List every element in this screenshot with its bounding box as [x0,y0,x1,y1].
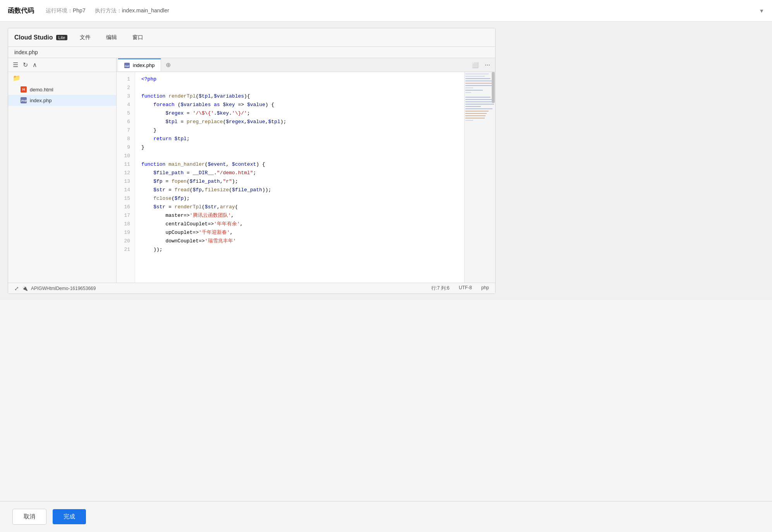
sidebar-list-icon[interactable]: ☰ [13,61,18,69]
tab-label: index.php [133,62,154,68]
lang: php [481,285,489,292]
cancel-button[interactable]: 取消 [12,509,46,525]
code-area: 12345 678910 1112131415 1617181920 21 <?… [117,72,495,283]
svg-rect-4 [465,74,489,74]
tab-actions: ⬜ ⋯ [470,60,495,70]
svg-rect-7 [465,81,492,81]
env-label: 运行环境：Php7 [46,7,86,14]
ide-logo-badge: Lite [56,35,68,40]
sidebar-collapse-icon[interactable]: ∧ [33,61,37,69]
menu-window[interactable]: 窗口 [129,33,146,43]
current-filename: index.php [14,49,38,55]
ide-filename-bar: index.php [8,47,495,58]
menu-edit[interactable]: 编辑 [103,33,120,43]
ide-body: ☰ ↻ ∧ 📁 H demo.html [8,58,495,283]
sidebar-toolbar: ☰ ↻ ∧ [8,58,116,72]
svg-rect-9 [465,85,493,86]
ide-tabs: PHP index.php ⊕ ⬜ ⋯ [117,58,495,72]
svg-rect-14 [465,99,493,100]
complete-button[interactable]: 完成 [53,509,86,524]
top-bar-dropdown[interactable]: ▼ [759,8,764,14]
svg-rect-17 [465,106,481,107]
folder-icon: 📁 [13,74,21,82]
svg-rect-16 [465,104,494,105]
row-col: 行:7 列:6 [431,285,449,292]
status-bar-left: ⤢ 🔌 APIGWHtmlDemo-1619653669 [14,285,96,292]
tab-php-icon: PHP [124,63,130,68]
tab-index-php[interactable]: PHP index.php [118,58,161,71]
minimap [464,72,495,283]
svg-rect-12 [465,92,471,93]
ide-titlebar: Cloud Studio Lite 文件 编辑 窗口 [8,28,495,47]
svg-rect-8 [465,83,492,84]
code-editor[interactable]: 12345 678910 1112131415 1617181920 21 <?… [117,72,464,283]
expand-icon[interactable]: ⤢ [14,285,19,292]
bottom-bar: 取消 完成 [0,501,772,532]
ide-container: Cloud Studio Lite 文件 编辑 窗口 index.php ☰ ↻… [8,28,496,294]
sidebar-folder[interactable]: 📁 [8,72,116,84]
status-bar: ⤢ 🔌 APIGWHtmlDemo-1619653669 行:7 列:6 UTF… [8,283,495,293]
status-bar-right: 行:7 列:6 UTF-8 php [431,285,489,292]
tab-add-button[interactable]: ⊕ [161,58,175,72]
svg-rect-21 [465,115,486,116]
svg-rect-19 [465,111,489,112]
svg-rect-23 [465,120,473,121]
status-icon-plugin: 🔌 [22,286,28,291]
top-bar-meta: 运行环境：Php7 执行方法：index.main_handler [46,7,169,14]
tab-maximize-btn[interactable]: ⬜ [470,60,480,70]
line-numbers: 12345 678910 1112131415 1617181920 21 [117,72,135,283]
sidebar-refresh-icon[interactable]: ↻ [23,61,28,69]
html-file-icon: H [21,86,27,93]
ide-sidebar: ☰ ↻ ∧ 📁 H demo.html [8,58,117,283]
method-label: 执行方法：index.main_handler [95,7,169,14]
svg-text:PHP: PHP [125,64,130,67]
file-name-index: index.php [30,98,51,103]
tab-more-btn[interactable]: ⋯ [483,60,492,70]
sidebar-file-index[interactable]: PHP index.php [8,95,116,106]
menu-file[interactable]: 文件 [77,33,94,43]
ide-wrapper: Cloud Studio Lite 文件 编辑 窗口 index.php ☰ ↻… [0,22,772,300]
minimap-svg [465,72,495,283]
svg-rect-18 [465,108,492,109]
ide-logo-text: Cloud Studio [14,34,53,41]
svg-rect-24 [492,72,495,103]
svg-rect-10 [465,88,473,88]
svg-rect-13 [465,97,491,98]
ide-logo: Cloud Studio Lite [14,34,67,41]
file-name-demo: demo.html [30,87,53,93]
svg-text:PHP: PHP [21,99,27,103]
svg-rect-15 [465,101,492,102]
svg-rect-11 [465,90,483,91]
project-name: APIGWHtmlDemo-1619653669 [31,286,96,291]
sidebar-file-demo[interactable]: H demo.html [8,84,116,95]
svg-rect-22 [465,118,485,118]
code-content[interactable]: <?php function renderTpl($tpl,$variables… [135,72,464,283]
svg-rect-20 [465,113,487,114]
sidebar-files: 📁 H demo.html PHP index.php [8,72,116,283]
encoding: UTF-8 [459,285,472,292]
top-bar: 函数代码 运行环境：Php7 执行方法：index.main_handler ▼ [0,0,772,22]
php-file-icon: PHP [21,97,27,103]
page-title: 函数代码 [8,6,34,15]
svg-rect-5 [465,76,485,77]
svg-rect-6 [465,78,491,79]
editor-area: PHP index.php ⊕ ⬜ ⋯ 12345 [117,58,495,283]
